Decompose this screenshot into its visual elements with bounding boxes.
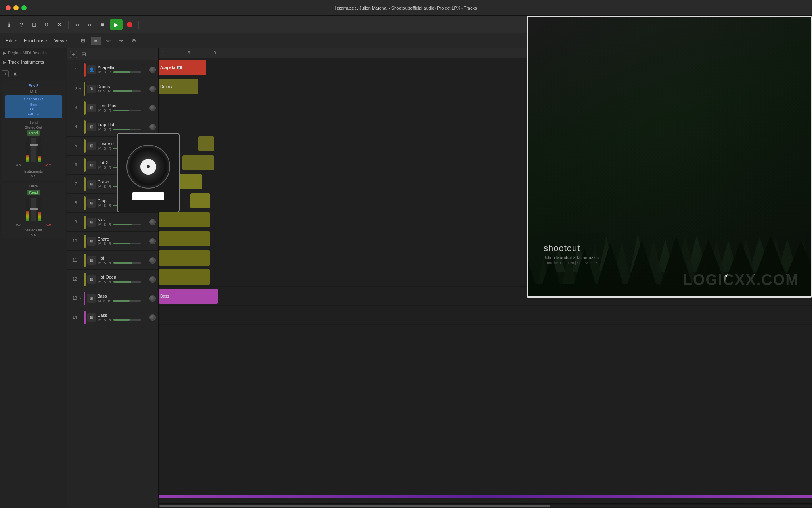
close-button[interactable] (6, 5, 11, 10)
horizontal-scrollbar[interactable] (159, 503, 812, 508)
mute-button[interactable]: M (98, 146, 102, 151)
mute-button[interactable]: M (98, 70, 102, 75)
clip-lane[interactable] (159, 306, 812, 325)
close-toolbar-button[interactable]: ✕ (54, 20, 65, 29)
grid-button[interactable]: ⊞ (29, 20, 40, 29)
track-fader[interactable] (113, 71, 141, 73)
view-dropdown[interactable]: View ▾ (52, 37, 70, 44)
channel-m-btn[interactable]: M (30, 90, 33, 94)
solo-button[interactable]: S (103, 108, 107, 113)
solo-button[interactable]: S (103, 70, 107, 75)
functions-dropdown[interactable]: Functions ▾ (21, 37, 50, 44)
rec-button[interactable]: R (108, 165, 112, 170)
track-fader[interactable] (113, 243, 141, 244)
track-volume-knob[interactable] (149, 314, 156, 321)
solo-button[interactable]: S (103, 127, 107, 132)
ch2-m-btn[interactable]: M (31, 233, 33, 237)
edit-dropdown[interactable]: Edit ▾ (3, 37, 19, 44)
mute-button[interactable]: M (98, 279, 102, 284)
track-volume-knob[interactable] (149, 86, 156, 92)
clip[interactable]: Drums (159, 79, 198, 94)
clip[interactable] (159, 269, 210, 285)
expand-arrow[interactable]: ▼ (79, 87, 82, 91)
track-fader[interactable] (113, 110, 141, 111)
rec-button[interactable]: R (108, 222, 112, 227)
pencil-button[interactable]: ✏ (103, 37, 114, 45)
track-row[interactable]: 1 👤 Acapella M S R (67, 60, 158, 79)
clip[interactable] (159, 212, 210, 227)
solo-button[interactable]: S (103, 260, 107, 265)
read-button-2[interactable]: Read (27, 190, 40, 195)
help-button[interactable]: ? (16, 20, 27, 29)
solo-button[interactable]: S (103, 146, 107, 151)
rewind-button[interactable]: ⏮ (72, 20, 83, 29)
track-fader[interactable] (113, 281, 141, 283)
track-row[interactable]: 2 ▼ ⊞ Drums M S R (67, 79, 158, 98)
clip[interactable] (178, 174, 202, 189)
mute-button[interactable]: M (98, 222, 102, 227)
mute-button[interactable]: M (98, 241, 102, 246)
clip[interactable]: Acapella⊞ (159, 60, 206, 75)
track-fader[interactable] (113, 262, 141, 264)
solo-button[interactable]: S (103, 222, 107, 227)
track-fader[interactable] (113, 90, 141, 92)
channel-fader-2[interactable] (31, 198, 36, 221)
solo-button[interactable]: S (102, 89, 106, 94)
solo-button[interactable]: S (103, 279, 107, 284)
rec-button[interactable]: R (108, 184, 112, 189)
stop-button[interactable]: ■ (97, 20, 108, 29)
rec-button[interactable]: R (108, 146, 112, 151)
rec-button[interactable]: R (108, 279, 112, 284)
channel-fader[interactable] (31, 138, 36, 162)
rec-button[interactable]: R (108, 70, 112, 75)
clip[interactable] (159, 231, 210, 246)
mute-button[interactable]: M (98, 127, 102, 132)
mute-button[interactable]: M (98, 318, 102, 322)
bass-clip-bottom[interactable] (159, 495, 812, 498)
clip[interactable]: Bass (159, 289, 218, 304)
info-button[interactable]: ℹ (3, 20, 14, 29)
rec-button[interactable]: R (108, 127, 112, 132)
solo-button[interactable]: S (102, 298, 106, 303)
clip[interactable] (182, 155, 214, 170)
track-fader[interactable] (113, 224, 141, 225)
tab-button[interactable]: ⇥ (116, 37, 126, 45)
play-button[interactable]: ▶ (110, 19, 123, 30)
track-fader[interactable] (113, 300, 141, 302)
rotate-button[interactable]: ↺ (41, 20, 52, 29)
record-button[interactable] (124, 20, 135, 29)
track-volume-knob[interactable] (149, 67, 156, 73)
mute-button[interactable]: M (98, 203, 102, 208)
track-row[interactable]: 13 ▼ ⊞ Bass M S R (67, 289, 158, 308)
clip[interactable] (190, 193, 210, 208)
track-row[interactable]: 11 ⊞ Hat M S R (67, 251, 158, 270)
rec-button[interactable]: R (107, 89, 111, 94)
track-arrow[interactable]: ▶ (3, 60, 6, 64)
track-volume-knob[interactable] (149, 295, 156, 302)
track-row[interactable]: 10 ⊞ Snare M S R (67, 232, 158, 251)
track-fader[interactable] (113, 129, 141, 130)
mute-button[interactable]: M (98, 184, 102, 189)
grid-view-button[interactable]: ⊞ (78, 37, 88, 45)
add-track-button[interactable]: + (2, 70, 9, 77)
list-view-button[interactable]: ≡ (91, 37, 101, 45)
rec-button[interactable]: R (108, 318, 112, 322)
ch-s-btn[interactable]: S (34, 174, 36, 178)
scrollbar-thumb[interactable] (159, 505, 550, 507)
forward-button[interactable]: ⏭ (84, 20, 96, 29)
mute-button[interactable]: M (98, 260, 102, 265)
ch-m-btn[interactable]: M (31, 174, 33, 178)
solo-button[interactable]: S (103, 241, 107, 246)
track-volume-knob[interactable] (149, 276, 156, 283)
solo-button[interactable]: S (103, 203, 107, 208)
rec-button[interactable]: R (108, 260, 112, 265)
channel-s-btn[interactable]: S (34, 90, 37, 94)
plus-button[interactable]: ⊕ (129, 37, 139, 45)
mute-button[interactable]: M (98, 108, 102, 113)
track-volume-knob[interactable] (149, 105, 156, 111)
rec-button[interactable]: R (107, 298, 111, 303)
solo-button[interactable]: S (103, 184, 107, 189)
track-volume-knob[interactable] (149, 124, 156, 130)
ch2-s-btn[interactable]: S (34, 233, 36, 237)
minimize-button[interactable] (13, 5, 19, 10)
